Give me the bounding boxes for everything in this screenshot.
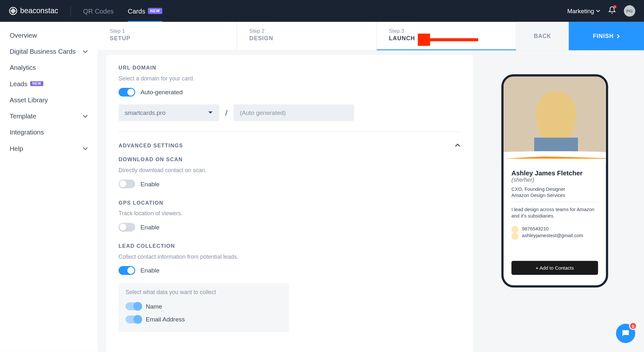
preview-name: Ashley James Fletcher: [512, 169, 598, 177]
annotation-arrow: [418, 34, 479, 46]
chevron-down-icon: [83, 146, 88, 151]
lead-item-name: Name: [126, 300, 282, 313]
lead-data-box: Select what data you want to collect Nam…: [119, 283, 289, 332]
chevron-down-icon: [596, 9, 601, 13]
sidebar-item-analytics[interactable]: Analytics: [0, 60, 98, 76]
chat-icon: [621, 329, 630, 338]
domain-select[interactable]: smartcards.pro: [119, 105, 219, 121]
brand-name: beaconstac: [20, 6, 58, 15]
auto-generated-label: Auto-generated: [140, 89, 183, 96]
step-design[interactable]: Step 2 DESIGN: [237, 22, 377, 50]
main-content: URL DOMAIN Select a domain for your card…: [106, 55, 473, 352]
preview-bio: I lead design across teams for Amazon an…: [512, 206, 598, 220]
lead-collection-toggle[interactable]: [119, 266, 135, 275]
download-on-scan-desc: Directly download contact on scan.: [119, 167, 461, 173]
caret-down-icon: [208, 111, 213, 115]
slash-separator: /: [225, 108, 227, 117]
finish-button[interactable]: FINISH: [569, 22, 644, 50]
sidebar-item-overview[interactable]: Overview: [0, 27, 98, 43]
top-navigation: beaconstac QR Codes Cards NEW Marketing …: [0, 0, 644, 22]
back-button[interactable]: BACK: [516, 22, 569, 50]
gps-location-desc: Track location of viewers.: [119, 210, 461, 217]
preview-job-title: CXO, Founding Designer: [512, 187, 598, 192]
sidebar-item-dbc[interactable]: Digital Business Cards: [0, 43, 98, 59]
gps-location-title: GPS LOCATION: [119, 200, 461, 206]
lead-email-toggle[interactable]: [126, 315, 141, 323]
download-on-scan-toggle[interactable]: [119, 180, 135, 188]
enable-label: Enable: [140, 224, 159, 231]
enable-label: Enable: [140, 181, 159, 188]
preview-email: ashleyjamestest@gmail.com: [512, 233, 598, 238]
chat-badge: 5: [629, 322, 637, 330]
brand-logo[interactable]: beaconstac: [9, 6, 58, 15]
url-domain-desc: Select a domain for your card.: [119, 75, 461, 82]
download-on-scan-title: DOWNLOAD ON SCAN: [119, 156, 461, 162]
enable-label: Enable: [140, 267, 159, 274]
preview-pronoun: (she/her): [512, 177, 598, 183]
chevron-up-icon: [455, 143, 461, 148]
preview-company: Amazon Design Services: [512, 193, 598, 202]
svg-rect-4: [534, 138, 578, 164]
preview-photo: [504, 77, 606, 164]
lead-name-toggle[interactable]: [126, 302, 141, 310]
url-domain-title: URL DOMAIN: [119, 65, 461, 71]
divider: [119, 132, 461, 132]
notifications-button[interactable]: [608, 6, 616, 16]
phone-preview: Ashley James Fletcher (she/her) CXO, Fou…: [501, 74, 608, 288]
workspace-dropdown[interactable]: Marketing: [567, 7, 600, 14]
user-avatar[interactable]: PG: [624, 5, 635, 16]
chevron-down-icon: [83, 49, 88, 54]
sidebar-item-leads[interactable]: LeadsNEW: [0, 76, 98, 92]
nav-cards[interactable]: Cards NEW: [128, 0, 162, 22]
new-badge: NEW: [30, 81, 43, 86]
nav-qr-codes[interactable]: QR Codes: [83, 0, 114, 22]
nav-divider: [71, 6, 71, 16]
chevron-right-icon: [616, 34, 620, 38]
step-setup[interactable]: Step 1 SETUP: [98, 22, 237, 50]
add-to-contacts-button[interactable]: + Add to Contacts: [512, 261, 598, 275]
slug-input[interactable]: (Auto generated): [234, 105, 354, 121]
gps-location-toggle[interactable]: [119, 223, 135, 232]
lead-box-title: Select what data you want to collect: [126, 289, 282, 295]
auto-generated-toggle[interactable]: [119, 88, 135, 97]
steps-bar: Step 1 SETUP Step 2 DESIGN Step 3 LAUNCH…: [98, 22, 644, 51]
sidebar-item-asset-library[interactable]: Asset Library: [0, 92, 98, 108]
advanced-settings-toggle[interactable]: ADVANCED SETTINGS: [119, 143, 461, 149]
chevron-down-icon: [83, 113, 88, 118]
lead-item-email: Email Address: [126, 313, 282, 326]
lead-collection-desc: Collect contact information from potenti…: [119, 254, 461, 260]
new-badge: NEW: [148, 8, 162, 14]
sidebar-item-template[interactable]: Template: [0, 108, 98, 124]
notification-dot: [613, 5, 617, 8]
preview-phone: 9876543210: [512, 226, 598, 231]
chat-widget[interactable]: 5: [616, 324, 635, 343]
brand-icon: [9, 6, 17, 15]
sidebar-item-help[interactable]: Help: [0, 140, 98, 156]
sidebar-item-integrations[interactable]: Integrations: [0, 124, 98, 140]
sidebar: Overview Digital Business Cards Analytic…: [0, 22, 98, 352]
lead-collection-title: LEAD COLLECTION: [119, 243, 461, 249]
